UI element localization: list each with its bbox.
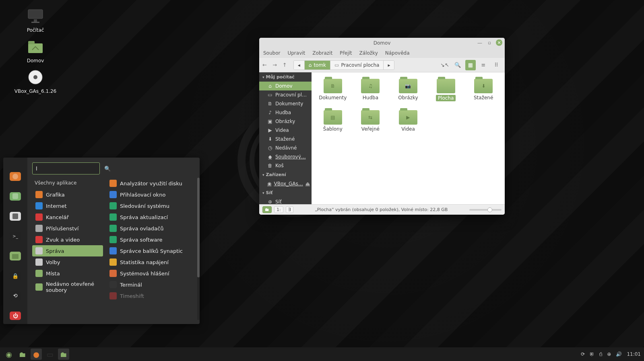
nav-forward-icon[interactable]: → bbox=[272, 62, 277, 68]
rail-lock-icon[interactable]: 🔒 bbox=[10, 272, 21, 281]
app-timeshift[interactable]: Timeshift bbox=[106, 290, 198, 302]
sidebar-item-recent[interactable]: ◷Nedávné bbox=[259, 144, 312, 152]
sidebar-item-music[interactable]: ♪Hudba bbox=[259, 108, 312, 117]
minimize-button[interactable]: ― bbox=[477, 39, 483, 46]
category-prislusenstvi[interactable]: Příslušenství bbox=[32, 223, 103, 234]
launcher-files[interactable]: 🖿 bbox=[17, 349, 28, 360]
launcher-terminal[interactable]: ▭ bbox=[44, 349, 56, 360]
menu-soubor[interactable]: Soubor bbox=[263, 50, 280, 56]
sidebar-item-pictures[interactable]: ▣Obrázky bbox=[259, 117, 312, 126]
rail-settings-icon[interactable] bbox=[10, 212, 21, 221]
sidebar-item-videos[interactable]: ▶Videa bbox=[259, 126, 312, 135]
category-internet[interactable]: Internet bbox=[32, 200, 103, 211]
sidebar-group[interactable]: ▾Síť bbox=[259, 188, 312, 197]
menu-záložky[interactable]: Záložky bbox=[359, 50, 378, 56]
launcher-icon: 🖿 bbox=[19, 350, 26, 359]
view-icons-icon[interactable]: ▦ bbox=[465, 60, 476, 70]
sidebar-item-downloads[interactable]: ⬇Stažené bbox=[259, 135, 312, 144]
app-disk-usage[interactable]: Analyzátor využití disku bbox=[106, 178, 198, 189]
eject-icon[interactable]: ⏏ bbox=[305, 181, 310, 187]
maximize-button[interactable]: ▫ bbox=[486, 39, 493, 46]
path-crumb-segment[interactable]: ▭Pracovní plocha bbox=[330, 61, 384, 70]
zoom-knob[interactable] bbox=[487, 207, 492, 212]
sidebar-item-home[interactable]: ⌂Domov bbox=[259, 82, 312, 90]
menu-nápověda[interactable]: Nápověda bbox=[385, 50, 410, 56]
tray-clock[interactable]: 11:01 bbox=[627, 351, 641, 357]
path-next-button[interactable]: ▸ bbox=[384, 61, 394, 70]
app-synaptic[interactable]: Správce balíků Synaptic bbox=[106, 245, 198, 256]
category-sprava[interactable]: Správa bbox=[32, 245, 103, 256]
folder-content[interactable]: 🗎Dokumenty♫Hudba📷ObrázkyPlocha⬇Stažené▤Š… bbox=[312, 72, 505, 204]
start-menu: >_ 🔒 ⟲ ⏻ 🔍 Všechny aplikace GrafikaInter… bbox=[3, 158, 200, 324]
tray-printer-icon[interactable]: ⎙ bbox=[599, 351, 602, 357]
app-sys-monitor[interactable]: Sledování systému bbox=[106, 200, 198, 211]
close-button[interactable]: ✕ bbox=[496, 39, 502, 46]
rail-power-icon[interactable]: ⏻ bbox=[10, 312, 21, 320]
menu-upravit[interactable]: Upravit bbox=[287, 50, 305, 56]
app-driver-mgr[interactable]: Správa ovladačů bbox=[106, 223, 198, 234]
folder-dokumenty[interactable]: 🗎Dokumenty bbox=[316, 79, 350, 101]
desktop-icon-disc[interactable]: VBox_GAs_6.1.26 bbox=[11, 68, 60, 94]
status-terminal-button[interactable]: ∃ bbox=[286, 206, 293, 213]
folder-videa[interactable]: ▶Videa bbox=[391, 110, 425, 132]
launcher-files2[interactable]: 🖿 bbox=[58, 349, 69, 360]
nav-back-icon[interactable]: ← bbox=[262, 62, 267, 68]
folder-sablony[interactable]: ▤Šablony bbox=[316, 110, 350, 132]
path-prev-button[interactable]: ◂ bbox=[294, 61, 305, 70]
nav-up-icon[interactable]: ↑ bbox=[283, 62, 287, 68]
toggle-location-icon[interactable]: ↘↖ bbox=[440, 60, 450, 70]
folder-hudba[interactable]: ♫Hudba bbox=[353, 79, 388, 101]
desktop-icon-home[interactable]: Domov bbox=[11, 37, 60, 64]
rail-software-icon[interactable] bbox=[10, 192, 21, 201]
sidebar-group[interactable]: ▾Můj počítač bbox=[259, 72, 312, 82]
sidebar-item-trash[interactable]: 🗑Koš bbox=[259, 161, 312, 170]
tray-update-icon[interactable]: ⟳ bbox=[581, 351, 585, 357]
app-sys-reports[interactable]: Systémová hlášení bbox=[106, 268, 198, 279]
tray-shield-icon[interactable]: ⛨ bbox=[590, 351, 594, 357]
sidebar-item-filesystem[interactable]: ◆Souborový… bbox=[259, 152, 312, 161]
folder-obrazky[interactable]: 📷Obrázky bbox=[391, 79, 425, 101]
category-kancelar[interactable]: Kancelář bbox=[32, 211, 103, 223]
folder-plocha[interactable]: Plocha bbox=[429, 79, 463, 101]
sidebar-item-desktop[interactable]: ▭Pracovní pl… bbox=[259, 90, 312, 99]
zoom-slider[interactable] bbox=[469, 209, 502, 211]
view-compact-icon[interactable]: ⠿ bbox=[491, 60, 502, 70]
desktop-icon-computer[interactable]: Počítač bbox=[11, 6, 60, 33]
view-list-icon[interactable]: ≡ bbox=[478, 60, 489, 70]
rail-terminal-icon[interactable]: >_ bbox=[10, 232, 21, 241]
tray-network-icon[interactable]: ⊕ bbox=[607, 351, 611, 357]
tray-volume-icon[interactable]: 🔊 bbox=[616, 351, 622, 357]
app-terminal[interactable]: Terminál bbox=[106, 279, 198, 290]
rail-files-icon[interactable] bbox=[10, 252, 21, 260]
path-home-segment[interactable]: ⌂tomk bbox=[305, 61, 330, 70]
status-places-button[interactable]: 🖿 bbox=[262, 206, 272, 213]
menu-přejít[interactable]: Přejít bbox=[340, 50, 352, 56]
rail-firefox-icon[interactable] bbox=[10, 172, 21, 181]
launcher-firefox[interactable]: ● bbox=[31, 349, 42, 360]
app-power-stats[interactable]: Statistika napájení bbox=[106, 256, 198, 268]
category-mista[interactable]: Místa bbox=[32, 268, 103, 279]
sidebar-item-vbox[interactable]: ◉VBox_GAs…⏏ bbox=[259, 179, 312, 188]
category-zvuk-video[interactable]: Zvuk a video bbox=[32, 234, 103, 245]
search-input[interactable] bbox=[36, 166, 104, 172]
sidebar-item-network[interactable]: ⊕Síť bbox=[259, 197, 312, 204]
folder-verejne[interactable]: ⇆Veřejné bbox=[353, 110, 388, 132]
search-icon[interactable]: 🔍 bbox=[452, 60, 463, 70]
start-menu-search[interactable]: 🔍 bbox=[32, 162, 100, 174]
sidebar-group[interactable]: ▾Zařízení bbox=[259, 170, 312, 179]
sidebar-item-documents[interactable]: 🗎Dokumenty bbox=[259, 99, 312, 108]
category-nedavno[interactable]: Nedávno otevřené soubory bbox=[32, 279, 103, 295]
status-treeview-button[interactable]: 1: bbox=[274, 206, 283, 213]
category-grafika[interactable]: Grafika bbox=[32, 189, 103, 200]
category-volby[interactable]: Volby bbox=[32, 256, 103, 268]
rail-logout-icon[interactable]: ⟲ bbox=[10, 291, 21, 300]
scrollbar-thumb[interactable] bbox=[197, 178, 200, 277]
app-scrollbar[interactable] bbox=[197, 178, 200, 320]
window-titlebar[interactable]: Domov ― ▫ ✕ bbox=[259, 38, 505, 48]
app-login-window[interactable]: Přihlašovací okno bbox=[106, 189, 198, 200]
menu-zobrazit[interactable]: Zobrazit bbox=[312, 50, 332, 56]
launcher-menu[interactable]: ◉ bbox=[3, 349, 14, 360]
app-software-mgr[interactable]: Správa software bbox=[106, 234, 198, 245]
folder-stazene[interactable]: ⬇Stažené bbox=[466, 79, 501, 101]
app-update-mgr[interactable]: Správa aktualizací bbox=[106, 211, 198, 223]
